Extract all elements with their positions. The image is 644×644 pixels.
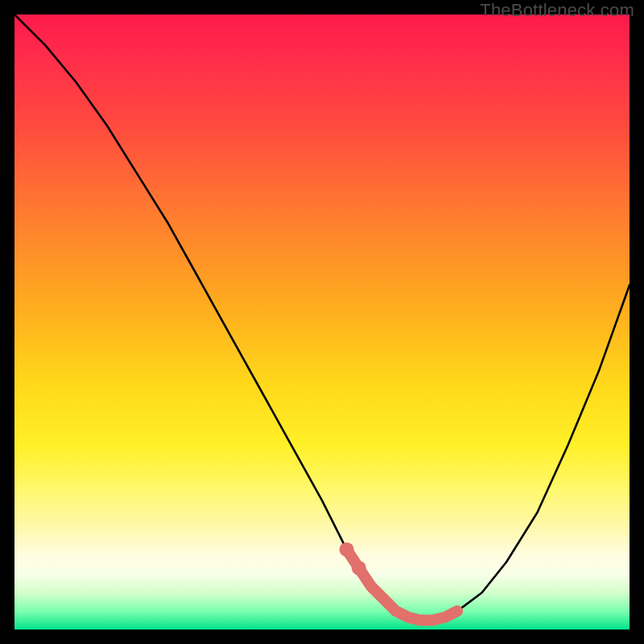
bottleneck-curve-svg: [14, 14, 630, 630]
optimal-zone-dot: [352, 561, 366, 576]
bottleneck-curve: [14, 14, 630, 621]
optimal-zone-highlight: [347, 550, 457, 621]
optimal-zone-dot: [340, 543, 354, 557]
chart-frame: TheBottleneck.com: [0, 0, 644, 644]
chart-plot-area: [14, 14, 630, 630]
watermark-text: TheBottleneck.com: [480, 0, 634, 21]
